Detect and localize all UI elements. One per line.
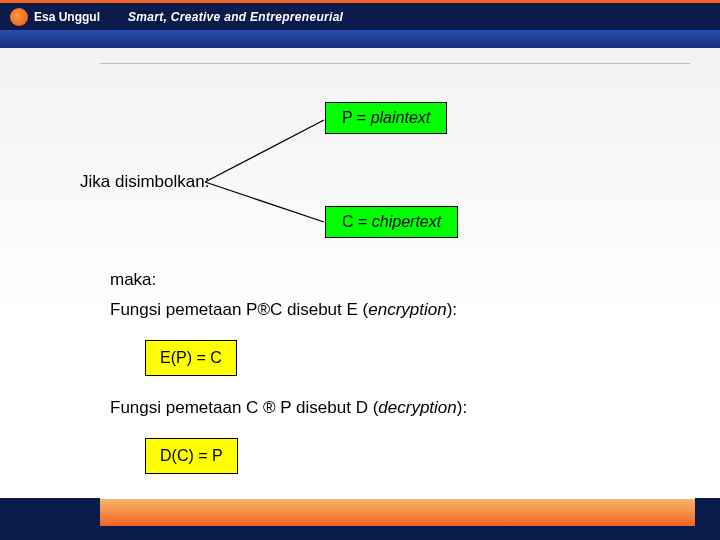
slide-header: Esa Unggul Smart, Creative and Entrepren… bbox=[0, 0, 720, 48]
label-maka: maka: bbox=[110, 270, 156, 290]
decryption-em: decryption bbox=[378, 398, 456, 417]
plaintext-prefix: P = bbox=[342, 109, 371, 126]
box-plaintext: P = plaintext bbox=[325, 102, 447, 134]
encryption-mid: C disebut E ( bbox=[270, 300, 368, 319]
box-decryption-formula: D(C) = P bbox=[145, 438, 238, 474]
svg-line-1 bbox=[205, 182, 324, 222]
header-accent-bar bbox=[0, 30, 720, 48]
box-encryption-formula: E(P) = C bbox=[145, 340, 237, 376]
svg-line-0 bbox=[205, 120, 324, 182]
line-decryption: Fungsi pemetaan C ® P disebut D (decrypt… bbox=[110, 398, 467, 418]
arrow-icon: ® bbox=[263, 398, 276, 417]
divider bbox=[100, 63, 690, 64]
footer-accent-bar bbox=[100, 498, 695, 526]
decryption-post: ): bbox=[457, 398, 467, 417]
brand-logo: Esa Unggul bbox=[0, 8, 100, 26]
plaintext-em: plaintext bbox=[371, 109, 431, 126]
encryption-post: ): bbox=[447, 300, 457, 319]
decryption-mid: P disebut D ( bbox=[276, 398, 379, 417]
arrow-icon: ® bbox=[257, 300, 270, 319]
box-chipertext: C = chipertext bbox=[325, 206, 458, 238]
header-bar: Esa Unggul Smart, Creative and Entrepren… bbox=[0, 0, 720, 30]
chipertext-prefix: C = bbox=[342, 213, 372, 230]
slide-content: P = plaintext Jika disimbolkan: C = chip… bbox=[80, 90, 680, 460]
line-encryption: Fungsi pemetaan P®C disebut E (encryptio… bbox=[110, 300, 457, 320]
label-jika: Jika disimbolkan: bbox=[80, 172, 209, 192]
logo-icon bbox=[10, 8, 28, 26]
chipertext-em: chipertext bbox=[372, 213, 441, 230]
decryption-pre: Fungsi pemetaan C bbox=[110, 398, 263, 417]
brand-name: Esa Unggul bbox=[34, 10, 100, 24]
encryption-pre: Fungsi pemetaan P bbox=[110, 300, 257, 319]
tagline: Smart, Creative and Entrepreneurial bbox=[128, 10, 343, 24]
encryption-em: encryption bbox=[368, 300, 446, 319]
